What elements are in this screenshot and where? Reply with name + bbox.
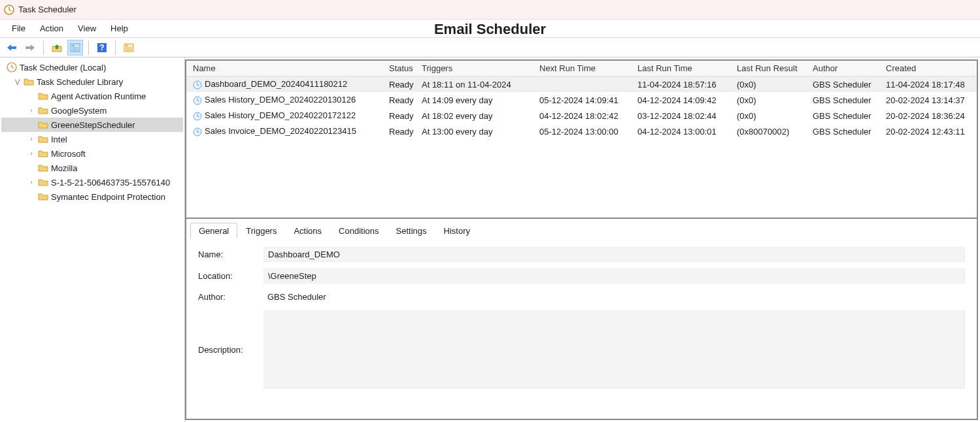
task-cell-next: 05-12-2024 14:09:41 [535, 95, 634, 105]
task-cell-name: Dashboard_DEMO_20240411180212 [189, 79, 385, 89]
task-clock-icon [193, 96, 202, 105]
task-cell-status: Ready [385, 80, 418, 89]
task-cell-triggers: At 18:02 every day [418, 111, 535, 121]
detail-tabs: General Triggers Actions Conditions Sett… [186, 219, 977, 239]
tree-library-label: Task Scheduler Library [37, 77, 123, 87]
task-cell-author: GBS Scheduler [809, 80, 882, 89]
title-bar: Task Scheduler [0, 0, 980, 20]
detail-description-value[interactable] [263, 310, 965, 389]
detail-location-value: \GreeneStep [263, 268, 965, 284]
task-cell-next: 04-12-2024 18:02:42 [535, 111, 634, 121]
tree-item-intel[interactable]: ›Intel [1, 132, 183, 146]
task-list-header: Name Status Triggers Next Run Time Last … [186, 61, 977, 76]
task-cell-created: 20-02-2024 18:36:24 [882, 111, 977, 121]
up-folder-button[interactable] [49, 40, 65, 56]
task-clock-icon [193, 127, 202, 137]
app-icon [4, 5, 14, 15]
menu-action[interactable]: Action [33, 21, 70, 36]
col-status[interactable]: Status [385, 63, 418, 73]
col-triggers[interactable]: Triggers [418, 63, 535, 73]
detail-description-label: Description: [198, 345, 263, 355]
tab-settings[interactable]: Settings [388, 223, 435, 239]
tree-root[interactable]: Task Scheduler (Local) [1, 60, 183, 74]
tab-triggers[interactable]: Triggers [237, 223, 285, 239]
folder-icon [38, 120, 48, 129]
task-clock-icon [193, 80, 202, 89]
task-cell-author: GBS Scheduler [809, 95, 882, 105]
task-cell-author: GBS Scheduler [809, 111, 882, 121]
col-last-run[interactable]: Last Run Time [634, 63, 733, 73]
task-cell-status: Ready [385, 127, 418, 137]
tab-general[interactable]: General [190, 223, 237, 239]
help-button[interactable]: ? [94, 40, 110, 56]
col-next-run[interactable]: Next Run Time [535, 63, 634, 73]
task-row[interactable]: Dashboard_DEMO_20240411180212ReadyAt 18:… [186, 76, 977, 92]
col-created[interactable]: Created [882, 63, 977, 73]
tree-item-s-1-5-21-506463735-15576140[interactable]: ›S-1-5-21-506463735-15576140 [1, 175, 183, 189]
tree-item-symantec-endpoint-protection[interactable]: Symantec Endpoint Protection [1, 189, 183, 204]
page-heading: Email Scheduler [434, 21, 546, 38]
task-cell-status: Ready [385, 95, 418, 105]
task-cell-last: 03-12-2024 18:02:44 [634, 111, 733, 121]
task-row[interactable]: Sales History_DEMO_20240220130126ReadyAt… [186, 92, 977, 108]
tree-item-label: Agent Activation Runtime [51, 91, 146, 101]
tab-actions[interactable]: Actions [285, 223, 330, 239]
expand-icon[interactable]: › [27, 107, 35, 114]
task-cell-status: Ready [385, 111, 418, 121]
view-tasks-button[interactable] [121, 40, 137, 56]
task-cell-name: Sales History_DEMO_20240220130126 [189, 95, 385, 105]
folder-icon [38, 149, 48, 158]
tree-item-agent-activation-runtime[interactable]: Agent Activation Runtime [1, 89, 183, 103]
task-cell-triggers: At 14:09 every day [418, 95, 535, 105]
task-row[interactable]: Sales History_DEMO_20240220172122ReadyAt… [186, 108, 977, 123]
tree-item-microsoft[interactable]: ›Microsoft [1, 146, 183, 161]
folder-icon [38, 91, 48, 101]
task-cell-created: 11-04-2024 18:17:48 [882, 80, 977, 89]
menu-bar: File Action View Help Email Scheduler [0, 20, 980, 38]
tree-library[interactable]: ⋁ Task Scheduler Library [1, 74, 183, 89]
menu-view[interactable]: View [71, 21, 103, 36]
task-cell-triggers: At 18:11 on 11-04-2024 [418, 80, 535, 89]
clock-icon [7, 62, 17, 73]
tree-item-greenestepscheduler[interactable]: GreeneStepScheduler [1, 118, 183, 132]
tab-history[interactable]: History [435, 223, 479, 239]
col-author[interactable]: Author [809, 63, 882, 73]
expand-icon[interactable]: › [27, 179, 35, 186]
task-cell-created: 20-02-2024 12:43:11 [882, 127, 977, 137]
detail-author-value: GBS Scheduler [263, 290, 965, 304]
svg-rect-7 [72, 50, 78, 50]
detail-body: Name: Dashboard_DEMO Location: \GreeneSt… [186, 239, 977, 419]
task-cell-last: 04-12-2024 13:00:01 [634, 127, 733, 137]
task-cell-created: 20-02-2024 13:14:37 [882, 95, 977, 105]
svg-text:?: ? [99, 43, 104, 52]
menu-help[interactable]: Help [104, 21, 135, 36]
folder-icon [38, 106, 48, 115]
tree-item-label: Microsoft [51, 149, 86, 159]
folder-icon [38, 178, 48, 187]
col-last-result[interactable]: Last Run Result [733, 63, 809, 73]
folder-icon [24, 77, 34, 86]
expand-icon[interactable]: ⋁ [13, 78, 21, 85]
tree-item-label: Symantec Endpoint Protection [51, 192, 165, 202]
task-cell-last: 04-12-2024 14:09:42 [634, 95, 733, 105]
expand-icon[interactable]: › [27, 150, 35, 157]
properties-button[interactable] [67, 40, 83, 56]
detail-name-value[interactable]: Dashboard_DEMO [263, 247, 965, 262]
tree-item-googlesystem[interactable]: ›GoogleSystem [1, 103, 183, 118]
folder-icon [38, 192, 48, 201]
tree-item-mozilla[interactable]: Mozilla [1, 161, 183, 175]
folder-icon [38, 163, 48, 172]
expand-icon[interactable]: › [27, 136, 35, 142]
tree-pane: Task Scheduler (Local) ⋁ Task Scheduler … [0, 57, 185, 422]
task-cell-name: Sales History_DEMO_20240220172122 [189, 110, 385, 121]
back-button[interactable] [4, 40, 20, 56]
detail-location-label: Location: [198, 271, 263, 281]
menu-file[interactable]: File [5, 21, 32, 36]
main-area: Task Scheduler (Local) ⋁ Task Scheduler … [0, 57, 980, 422]
col-name[interactable]: Name [189, 63, 385, 73]
task-cell-result: (0x0) [733, 95, 809, 105]
tree-item-label: GreeneStepScheduler [51, 120, 135, 130]
forward-button[interactable] [22, 40, 38, 56]
task-row[interactable]: Sales Invoice_DEMO_20240220123415ReadyAt… [186, 123, 977, 139]
tab-conditions[interactable]: Conditions [330, 223, 387, 239]
